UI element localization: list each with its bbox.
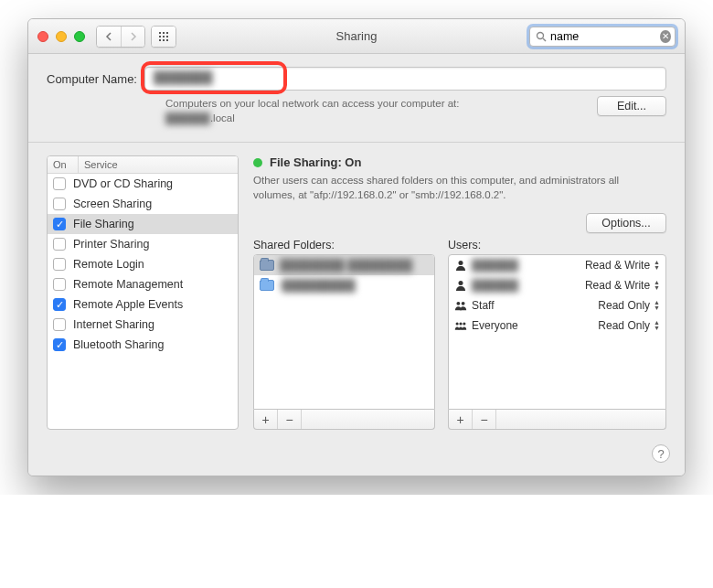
service-checkbox[interactable] xyxy=(53,238,66,251)
svg-point-7 xyxy=(460,323,463,326)
permission-selector[interactable]: Read & Write▲▼ xyxy=(585,279,660,292)
permission-value: Read Only xyxy=(598,299,650,312)
user-row[interactable]: ██████Read & Write▲▼ xyxy=(449,275,665,295)
window-controls xyxy=(37,31,85,42)
user-row[interactable]: ██████Read & Write▲▼ xyxy=(449,255,665,275)
computer-name-section: Computer Name: ███████ Computers on your… xyxy=(28,54,685,143)
svg-point-5 xyxy=(462,302,465,305)
permission-selector[interactable]: Read Only▲▼ xyxy=(598,299,660,312)
permission-selector[interactable]: Read Only▲▼ xyxy=(598,319,660,332)
service-row[interactable]: DVD or CD Sharing xyxy=(48,174,238,194)
remove-folder-button[interactable]: − xyxy=(278,410,302,429)
shared-folder-row[interactable]: ████████ ████████ xyxy=(254,255,434,275)
close-window-button[interactable] xyxy=(37,31,48,42)
grid-icon xyxy=(158,31,169,42)
service-checkbox[interactable] xyxy=(53,278,66,291)
users-section: Users: ██████Read & Write▲▼██████Read & … xyxy=(448,239,666,430)
service-name: Remote Login xyxy=(73,258,232,271)
service-row[interactable]: Printer Sharing xyxy=(48,234,238,254)
service-name: File Sharing xyxy=(73,218,232,230)
folder-name: ████████ ████████ xyxy=(280,259,412,272)
show-all-button[interactable] xyxy=(151,26,176,48)
service-checkbox[interactable] xyxy=(53,177,66,190)
svg-point-8 xyxy=(463,323,465,326)
help-button[interactable]: ? xyxy=(652,444,670,463)
zoom-window-button[interactable] xyxy=(74,31,85,42)
service-checkbox[interactable] xyxy=(53,258,66,271)
folder-icon xyxy=(260,280,274,291)
add-user-button[interactable]: + xyxy=(449,410,473,429)
service-checkbox[interactable] xyxy=(53,198,66,210)
service-name: Remote Management xyxy=(73,278,232,291)
service-row[interactable]: Remote Management xyxy=(48,274,238,294)
sharing-prefpane-window: Sharing ✕ Computer Name: ███████ Compute… xyxy=(27,18,686,476)
shared-folders-list[interactable]: ████████ ████████i█████████ xyxy=(253,254,435,410)
status-indicator-icon xyxy=(253,158,262,167)
status-title: File Sharing: On xyxy=(270,155,361,169)
user-icon xyxy=(454,279,467,292)
service-status: File Sharing: On xyxy=(253,155,666,169)
permission-value: Read Only xyxy=(598,319,650,332)
options-button[interactable]: Options... xyxy=(586,213,666,233)
service-name: Screen Sharing xyxy=(73,198,232,210)
user-name: ██████ xyxy=(472,279,518,292)
detail-panel: File Sharing: On Other users can access … xyxy=(253,155,666,430)
edit-hostname-button[interactable]: Edit... xyxy=(597,96,666,116)
services-col-service[interactable]: Service xyxy=(79,156,238,173)
user-name: ██████ xyxy=(472,259,518,272)
folder-name: i█████████ xyxy=(280,279,355,292)
hint-hostname: ██████ xyxy=(165,112,210,123)
shared-folders-section: Shared Folders: ████████ ████████i██████… xyxy=(253,239,435,430)
user-row[interactable]: EveryoneRead Only▲▼ xyxy=(449,315,665,336)
users-list[interactable]: ██████Read & Write▲▼██████Read & Write▲▼… xyxy=(448,254,666,410)
add-folder-button[interactable]: + xyxy=(254,410,278,429)
services-table[interactable]: On Service DVD or CD SharingScreen Shari… xyxy=(47,155,239,430)
nav-forward-button[interactable] xyxy=(121,27,144,47)
service-name: Printer Sharing xyxy=(73,238,232,251)
service-name: DVD or CD Sharing xyxy=(73,177,232,190)
svg-point-6 xyxy=(456,323,459,326)
service-row[interactable]: Bluetooth Sharing xyxy=(48,335,238,355)
search-input[interactable] xyxy=(547,30,660,43)
user-row[interactable]: StaffRead Only▲▼ xyxy=(449,295,665,315)
user-name: Staff xyxy=(472,299,494,312)
service-checkbox[interactable] xyxy=(53,318,66,331)
services-col-on[interactable]: On xyxy=(48,156,79,173)
remove-user-button[interactable]: − xyxy=(473,410,496,429)
service-name: Bluetooth Sharing xyxy=(73,338,232,351)
permission-value: Read & Write xyxy=(585,259,650,272)
service-row[interactable]: Internet Sharing xyxy=(48,315,238,335)
service-checkbox[interactable] xyxy=(53,298,66,311)
service-row[interactable]: Screen Sharing xyxy=(48,194,238,214)
clear-search-button[interactable]: ✕ xyxy=(660,30,671,43)
svg-point-3 xyxy=(459,281,463,285)
nav-back-forward[interactable] xyxy=(96,26,145,48)
service-checkbox[interactable] xyxy=(53,218,66,230)
search-icon xyxy=(536,31,547,42)
shared-folders-label: Shared Folders: xyxy=(253,239,435,251)
user-icon xyxy=(454,319,467,332)
service-row[interactable]: Remote Apple Events xyxy=(48,294,238,315)
permission-selector[interactable]: Read & Write▲▼ xyxy=(585,259,660,272)
shared-folder-row[interactable]: i█████████ xyxy=(254,275,434,295)
search-field-wrapper[interactable]: ✕ xyxy=(529,27,676,47)
user-name: Everyone xyxy=(472,319,518,332)
user-icon xyxy=(454,259,467,272)
window-titlebar: Sharing ✕ xyxy=(28,19,685,54)
service-row[interactable]: File Sharing xyxy=(48,214,238,234)
nav-back-button[interactable] xyxy=(97,27,121,47)
window-footer: ? xyxy=(28,444,685,476)
computer-name-field[interactable] xyxy=(144,67,666,91)
minimize-window-button[interactable] xyxy=(56,31,67,42)
chevron-left-icon xyxy=(105,32,112,41)
stepper-icon: ▲▼ xyxy=(654,300,660,311)
chevron-right-icon xyxy=(130,32,137,41)
stepper-icon: ▲▼ xyxy=(654,260,660,271)
user-icon xyxy=(454,299,467,312)
service-row[interactable]: Remote Login xyxy=(48,254,238,274)
service-name: Internet Sharing xyxy=(73,318,232,331)
service-checkbox[interactable] xyxy=(53,338,66,351)
computer-name-label: Computer Name: xyxy=(47,72,137,86)
users-toolbar: + − xyxy=(448,410,666,430)
services-panel: On Service DVD or CD SharingScreen Shari… xyxy=(47,155,239,430)
